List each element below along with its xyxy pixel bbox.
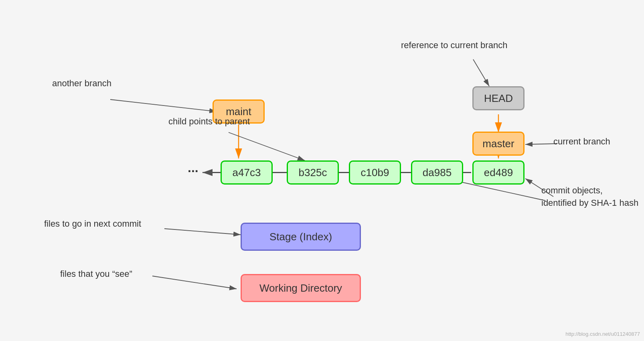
svg-line-12 [229,132,305,160]
svg-line-18 [152,276,237,289]
label-current-branch: current branch [553,136,610,147]
dots-label: ··· [188,164,198,179]
watermark: http://blog.csdn.net/u011240877 [565,331,640,337]
commit-b325c: b325c [287,160,339,185]
commit-c10b9: c10b9 [349,160,401,185]
svg-line-13 [473,59,489,86]
head-box: HEAD [472,86,525,110]
svg-line-14 [525,144,557,144]
diagram-container: ··· a47c3 b325c c10b9 da985 ed489 maint … [0,0,644,341]
label-child-points-to-parent: child points to parent [168,116,250,127]
label-commit-objects: commit objects,identified by SHA-1 hash [541,185,638,209]
commit-ed489: ed489 [472,160,525,185]
svg-line-17 [164,229,241,235]
working-directory-box: Working Directory [241,274,361,302]
label-files-that-you-see: files that you “see” [60,269,132,279]
label-files-to-go: files to go in next commit [44,219,141,229]
label-another-branch: another branch [52,78,111,89]
commit-da985: da985 [411,160,463,185]
branch-master: master [472,132,525,156]
label-reference-to-current-branch: reference to current branch [401,40,507,51]
svg-line-11 [110,99,217,112]
stage-box: Stage (Index) [241,223,361,251]
commit-a47c3: a47c3 [221,160,273,185]
